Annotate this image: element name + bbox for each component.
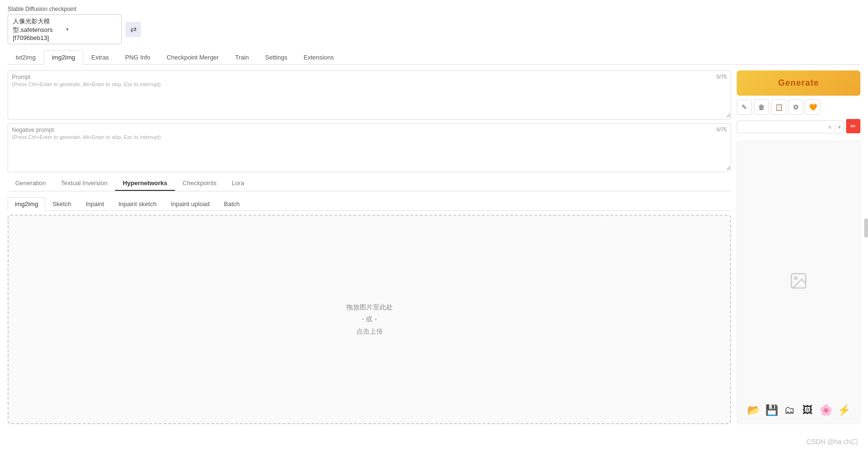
pencil-icon: ✎ bbox=[741, 103, 747, 111]
watermark: CSDN @ha chi口 bbox=[807, 438, 858, 446]
clipboard-icon: 📋 bbox=[775, 103, 783, 111]
sub-tab-sketch[interactable]: Sketch bbox=[45, 197, 78, 210]
edit-pencil-icon: ✏ bbox=[850, 122, 856, 130]
extra-button[interactable]: 🌸 bbox=[818, 403, 833, 418]
prompt-counter: 0/75 bbox=[717, 74, 727, 79]
toolbar-row: ✎ 🗑 📋 ⚙ 🧡 bbox=[737, 99, 860, 115]
open-folder-button[interactable]: 📂 bbox=[746, 403, 761, 418]
tab-lora[interactable]: Lora bbox=[224, 176, 252, 191]
prompt-label: Prompt bbox=[8, 71, 731, 81]
dropdown-icon[interactable]: ▾ bbox=[835, 124, 844, 130]
tab-checkpoint-merger[interactable]: Checkpoint Merger bbox=[158, 50, 227, 64]
gallery-button[interactable]: 🖼 bbox=[800, 403, 815, 418]
drop-text-line3: 点击上传 bbox=[346, 326, 393, 337]
tab-png-info[interactable]: PNG Info bbox=[117, 50, 158, 64]
tab-train[interactable]: Train bbox=[227, 50, 257, 64]
svg-point-1 bbox=[795, 277, 797, 279]
trash-button[interactable]: 🗑 bbox=[754, 99, 769, 115]
negative-prompt-counter: 0/75 bbox=[717, 127, 727, 132]
edit-button[interactable]: ✎ bbox=[737, 99, 752, 115]
left-panel: Prompt (Press Ctrl+Enter to generate, Al… bbox=[8, 70, 731, 424]
sub-tab-batch[interactable]: Batch bbox=[217, 197, 247, 210]
output-actions: 📂 💾 🗂 🖼 🌸 ⚡ bbox=[746, 403, 851, 418]
style-button[interactable]: 🧡 bbox=[805, 99, 820, 115]
gear-icon: ⚙ bbox=[793, 103, 799, 111]
sub-tab-img2img[interactable]: img2img bbox=[8, 197, 45, 211]
image-placeholder-icon bbox=[789, 271, 808, 294]
sub-tab-inpaint[interactable]: Inpaint bbox=[78, 197, 111, 210]
tab-checkpoints[interactable]: Checkpoints bbox=[175, 176, 224, 191]
prompt-input[interactable] bbox=[8, 89, 731, 118]
sub-tabs: img2img Sketch Inpaint Inpaint sketch In… bbox=[8, 197, 731, 211]
tab-extras[interactable]: Extras bbox=[83, 50, 117, 64]
search-edit-button[interactable]: ✏ bbox=[846, 119, 860, 133]
tab-settings[interactable]: Settings bbox=[257, 50, 295, 64]
checkpoint-label: Stable Diffusion checkpoint bbox=[8, 6, 860, 12]
prompt-hint: (Press Ctrl+Enter to generate, Alt+Enter… bbox=[8, 81, 731, 89]
tab-txt2img[interactable]: txt2img bbox=[8, 50, 44, 64]
generate-button[interactable]: Generate bbox=[737, 70, 860, 96]
clipboard-button[interactable]: 📋 bbox=[771, 99, 786, 115]
clear-icon[interactable]: × bbox=[825, 123, 835, 131]
lightning-button[interactable]: ⚡ bbox=[836, 403, 851, 418]
right-panel: Generate ✎ 🗑 📋 ⚙ 🧡 bbox=[737, 70, 860, 424]
negative-prompt-hint: (Press Ctrl+Enter to generate, Alt+Enter… bbox=[8, 134, 731, 142]
swap-button[interactable]: ⇄ bbox=[126, 22, 141, 37]
content-tabs: Generation Textual Inversion Hypernetwor… bbox=[8, 176, 731, 191]
checkpoint-value: 人像光影大模型.safetensors [f7096beb13] bbox=[13, 17, 63, 41]
tab-textual-inversion[interactable]: Textual Inversion bbox=[53, 176, 115, 191]
checkpoint-row: 人像光影大模型.safetensors [f7096beb13] ▾ ⇄ bbox=[8, 14, 860, 44]
drop-text-line2: - 或 - bbox=[346, 313, 393, 325]
negative-prompt-input[interactable] bbox=[8, 142, 731, 170]
checkpoint-select[interactable]: 人像光影大模型.safetensors [f7096beb13] ▾ bbox=[8, 14, 122, 44]
sub-tab-inpaint-sketch[interactable]: Inpaint sketch bbox=[111, 197, 164, 210]
search-row: × ▾ bbox=[737, 120, 844, 133]
negative-prompt-label: Negative prompt bbox=[8, 124, 731, 134]
search-input[interactable] bbox=[737, 121, 825, 133]
prompt-container: Prompt (Press Ctrl+Enter to generate, Al… bbox=[8, 70, 731, 119]
nav-tabs: txt2img img2img Extras PNG Info Checkpoi… bbox=[8, 50, 860, 65]
tab-hypernetworks[interactable]: Hypernetworks bbox=[115, 176, 175, 191]
save-button[interactable]: 💾 bbox=[764, 403, 779, 418]
settings-button[interactable]: ⚙ bbox=[788, 99, 803, 115]
drop-zone-text: 拖放图片至此处 - 或 - 点击上传 bbox=[346, 301, 393, 337]
img2img-area: 拖放图片至此处 - 或 - 点击上传 bbox=[8, 215, 731, 424]
chevron-down-icon: ▾ bbox=[66, 27, 117, 32]
style-icon: 🧡 bbox=[809, 103, 817, 111]
trash-icon: 🗑 bbox=[758, 103, 765, 111]
archive-button[interactable]: 🗂 bbox=[782, 403, 797, 418]
swap-icon: ⇄ bbox=[130, 25, 137, 34]
main-layout: Prompt (Press Ctrl+Enter to generate, Al… bbox=[8, 70, 860, 424]
output-area: 📂 💾 🗂 🖼 🌸 ⚡ bbox=[737, 141, 860, 424]
tab-generation[interactable]: Generation bbox=[8, 176, 53, 191]
sub-tab-inpaint-upload[interactable]: Inpaint upload bbox=[164, 197, 217, 210]
tab-extensions[interactable]: Extensions bbox=[295, 50, 342, 64]
scrollbar[interactable] bbox=[864, 218, 868, 238]
drop-text-line1: 拖放图片至此处 bbox=[346, 301, 393, 313]
drop-zone[interactable]: 拖放图片至此处 - 或 - 点击上传 bbox=[8, 215, 731, 424]
search-container: × ▾ ✏ bbox=[737, 119, 860, 133]
tab-img2img[interactable]: img2img bbox=[44, 50, 83, 65]
negative-prompt-container: Negative prompt (Press Ctrl+Enter to gen… bbox=[8, 123, 731, 172]
